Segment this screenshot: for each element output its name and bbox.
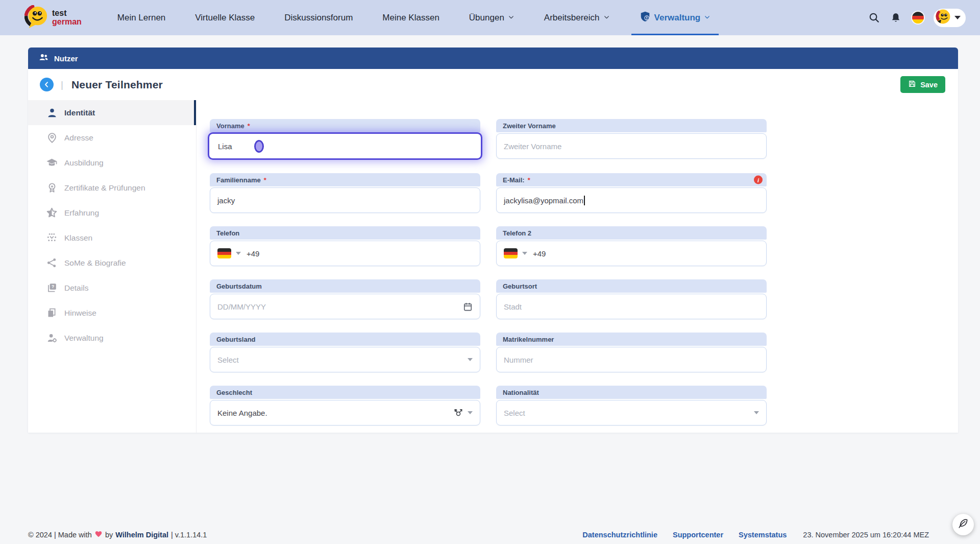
- content-card: | Neuer Teilnehmer Save Identität: [28, 69, 958, 433]
- field-geburtsort: Geburtsort Stadt: [496, 279, 767, 319]
- footer-link-supportcenter[interactable]: Supportcenter: [673, 531, 723, 539]
- familienname-input[interactable]: jacky: [210, 187, 480, 213]
- vorname-input[interactable]: Lisa: [208, 132, 482, 160]
- chevron-down-icon: [603, 13, 610, 23]
- sidebar-item-verwaltung[interactable]: Verwaltung: [28, 325, 196, 350]
- field-vorname: Vorname* Lisa: [210, 119, 480, 160]
- sidebar-item-ausbildung[interactable]: Ausbildung: [28, 150, 196, 175]
- field-telefon2: Telefon 2 +49: [496, 226, 767, 266]
- zweiter-vorname-input[interactable]: Zweiter Vorname: [496, 133, 767, 159]
- nav-virtuelle-klasse[interactable]: Virtuelle Klasse: [195, 0, 255, 35]
- nav-uebungen[interactable]: Übungen: [469, 0, 514, 35]
- text-caret: [584, 196, 585, 205]
- chevron-down-icon: [468, 358, 473, 361]
- sidebar: Identität Adresse Ausbildung: [28, 100, 197, 433]
- field-telefon: Telefon +49: [210, 226, 480, 266]
- section-bar-nutzer: Nutzer: [28, 48, 958, 69]
- matrikelnummer-label: Matrikelnummer: [496, 333, 767, 346]
- telefon-input[interactable]: +49: [210, 241, 480, 266]
- chevron-down-icon[interactable]: [236, 252, 241, 255]
- geburtsland-select[interactable]: Select: [210, 347, 480, 372]
- back-button[interactable]: [40, 78, 54, 91]
- matrikelnummer-input[interactable]: Nummer: [496, 347, 767, 372]
- heart-icon: [94, 530, 103, 539]
- chevron-down-icon: [468, 411, 473, 414]
- sidebar-item-some-biografie[interactable]: SoMe & Biografie: [28, 250, 196, 275]
- group-icon: [46, 232, 58, 244]
- required-asterisk: *: [528, 176, 530, 184]
- nav-meine-klassen[interactable]: Meine Klassen: [382, 0, 439, 35]
- email-input[interactable]: jackylisa@yopmail.com: [496, 187, 767, 213]
- page-title: Neuer Teilnehmer: [71, 79, 163, 91]
- chevron-down-icon: [754, 411, 759, 414]
- account-menu[interactable]: [934, 9, 966, 27]
- graduation-cap-icon: [46, 157, 58, 169]
- search-icon[interactable]: [867, 11, 880, 25]
- details-icon: ?: [46, 282, 58, 294]
- telefon-label: Telefon: [210, 226, 480, 240]
- sidebar-item-details[interactable]: ? Details: [28, 275, 196, 300]
- sidebar-item-adresse[interactable]: Adresse: [28, 125, 196, 150]
- sidebar-item-hinweise[interactable]: Hinweise: [28, 300, 196, 325]
- field-familienname: Familienname* jacky: [210, 173, 480, 213]
- footer-timestamp: 23. November 2025 um 16:20:44 MEZ: [803, 531, 929, 539]
- star-icon: [46, 207, 58, 219]
- field-zweiter-vorname: Zweiter Vorname Zweiter Vorname: [496, 119, 767, 160]
- feedback-feather-button[interactable]: [952, 514, 974, 535]
- language-flag-german-icon[interactable]: [911, 11, 925, 25]
- sidebar-item-identitaet[interactable]: Identität: [28, 100, 196, 125]
- sidebar-item-klassen[interactable]: Klassen: [28, 225, 196, 250]
- country-flag-german-icon[interactable]: [504, 248, 518, 258]
- brand-logo[interactable]: test german: [24, 0, 82, 35]
- geschlecht-label: Geschlecht: [210, 386, 480, 399]
- familienname-label: Familienname*: [210, 173, 480, 186]
- sidebar-item-zertifikate[interactable]: Zertifikate & Prüfungen: [28, 175, 196, 200]
- country-flag-german-icon[interactable]: [217, 248, 231, 258]
- error-info-icon[interactable]: i: [754, 176, 763, 184]
- page-header: | Neuer Teilnehmer Save: [28, 69, 958, 100]
- footer-link-systemstatus[interactable]: Systemstatus: [739, 531, 787, 539]
- workspace: Nutzer | Neuer Teilnehmer Save: [28, 48, 958, 433]
- calendar-icon[interactable]: [463, 302, 473, 312]
- top-navbar: test german Mein Lernen Virtuelle Klasse…: [0, 0, 980, 35]
- field-email: E-Mail:* i jackylisa@yopmail.com: [496, 173, 767, 213]
- geburtsort-input[interactable]: Stadt: [496, 294, 767, 319]
- save-button[interactable]: Save: [900, 76, 945, 93]
- chevron-down-icon: [954, 16, 961, 19]
- footer-link-datenschutz[interactable]: Datenschutzrichtlinie: [582, 531, 657, 539]
- geburtsland-label: Geburtsland: [210, 333, 480, 346]
- geburtsdatum-label: Geburtsdatum: [210, 279, 480, 293]
- zweiter-vorname-label: Zweiter Vorname: [496, 119, 767, 132]
- telefon2-input[interactable]: +49: [496, 241, 767, 266]
- svg-text:?: ?: [52, 284, 54, 289]
- footer-copyright: © 2024 | Made with by Wilhelm Digital | …: [28, 530, 207, 539]
- geburtsdatum-input[interactable]: DD/MM/YYYY: [210, 294, 480, 319]
- section-title: Nutzer: [54, 54, 78, 63]
- nav-arbeitsbereich[interactable]: Arbeitsbereich: [544, 0, 610, 35]
- email-label: E-Mail:* i: [496, 173, 767, 186]
- users-icon: [38, 52, 49, 64]
- field-nationalitaet: Nationalität Select: [496, 386, 767, 425]
- nav-diskussionsforum[interactable]: Diskussionsforum: [284, 0, 353, 35]
- footer-company-link[interactable]: Wilhelm Digital: [115, 531, 168, 539]
- header-divider: |: [61, 79, 63, 90]
- field-matrikelnummer: Matrikelnummer Nummer: [496, 333, 767, 372]
- nav-verwaltung[interactable]: Verwaltung: [640, 0, 711, 35]
- footer-links: Datenschutzrichtlinie Supportcenter Syst…: [582, 531, 929, 539]
- notifications-bell-icon[interactable]: [889, 11, 902, 25]
- nationalitaet-select[interactable]: Select: [496, 400, 767, 425]
- click-indicator: [254, 140, 264, 153]
- nav-right-actions: [867, 0, 966, 35]
- nationalitaet-label: Nationalität: [496, 386, 767, 399]
- field-geburtsland: Geburtsland Select: [210, 333, 480, 372]
- vorname-label: Vorname*: [210, 119, 480, 132]
- chevron-down-icon: [508, 13, 514, 23]
- sidebar-item-erfahrung[interactable]: Erfahrung: [28, 200, 196, 225]
- required-asterisk: *: [248, 122, 250, 130]
- nav-mein-lernen[interactable]: Mein Lernen: [117, 0, 166, 35]
- brand-name: test german: [52, 9, 82, 26]
- chevron-down-icon[interactable]: [522, 252, 527, 255]
- required-asterisk: *: [264, 176, 266, 184]
- geschlecht-select[interactable]: Keine Angabe.: [210, 400, 480, 425]
- map-pin-icon: [46, 132, 58, 144]
